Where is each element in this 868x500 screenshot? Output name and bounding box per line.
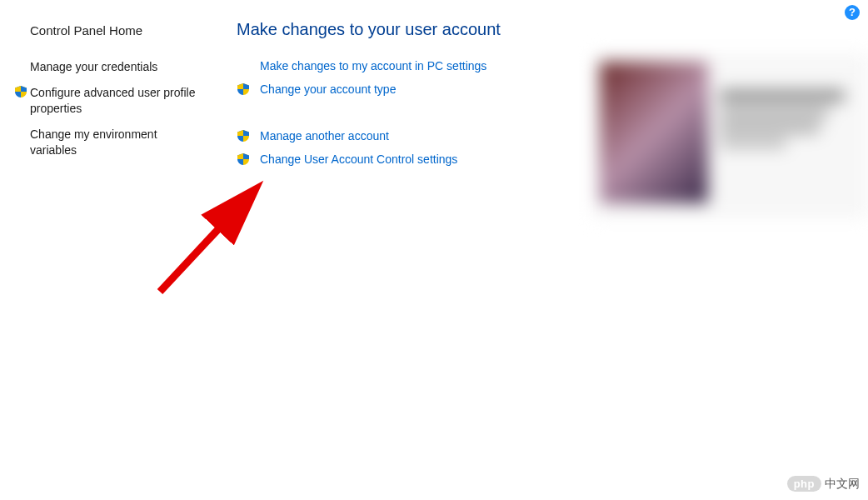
watermark: php 中文网 [787, 476, 860, 492]
page-title: Make changes to your user account [237, 20, 860, 39]
control-panel-user-accounts: Control Panel Home Manage your credentia… [0, 0, 868, 500]
shield-icon [237, 82, 260, 96]
sidebar-item-label: Manage your credentials [30, 59, 157, 75]
sidebar-item-manage-credentials[interactable]: Manage your credentials [12, 59, 200, 75]
action-link-label: Make changes to my account in PC setting… [260, 59, 486, 72]
watermark-text: 中文网 [825, 477, 860, 492]
action-link-label: Change User Account Control settings [260, 152, 457, 166]
sidebar-item-env-variables[interactable]: Change my environment variables [12, 127, 200, 158]
main-panel: Make changes to your user account Make c… [217, 0, 868, 500]
watermark-badge: php [787, 476, 821, 492]
sidebar-item-configure-profile[interactable]: Configure advanced user profile properti… [12, 85, 200, 117]
control-panel-home-link[interactable]: Control Panel Home [30, 23, 200, 38]
account-picture [600, 62, 708, 203]
sidebar-item-label: Change my environment variables [30, 127, 200, 158]
shield-icon [237, 129, 260, 142]
sidebar-item-label: Configure advanced user profile properti… [30, 85, 200, 117]
shield-icon [237, 152, 260, 166]
action-link-label: Change your account type [260, 82, 396, 96]
sidebar: Control Panel Home Manage your credentia… [0, 0, 217, 500]
shield-icon [12, 85, 30, 98]
account-info-card [593, 53, 868, 218]
action-link-label: Manage another account [260, 129, 389, 142]
